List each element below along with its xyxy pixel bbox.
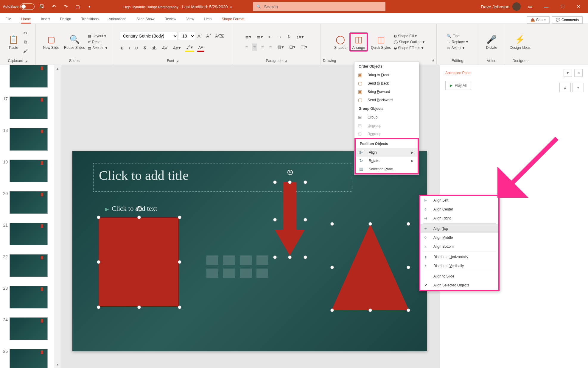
3d-icon[interactable] xyxy=(256,255,268,265)
save-icon[interactable]: 🖫 xyxy=(37,2,46,11)
text-direction-icon[interactable]: ↕A▾ xyxy=(295,33,305,40)
resize-handle[interactable] xyxy=(330,222,334,226)
bring-forward[interactable]: ▣Bring Forward xyxy=(354,88,419,96)
resize-handle[interactable] xyxy=(97,260,100,264)
text-placeholder[interactable]: Click to add text xyxy=(105,205,157,213)
content-placeholder-icons[interactable] xyxy=(206,255,270,278)
maximize-icon[interactable]: ☐ xyxy=(556,2,569,11)
tab-help[interactable]: Help xyxy=(204,17,212,24)
ribbon-display-icon[interactable]: ▭ xyxy=(524,2,537,11)
close-icon[interactable]: ✕ xyxy=(572,2,585,11)
resize-handle[interactable] xyxy=(330,308,334,312)
quick-styles-button[interactable]: ◫Quick Styles xyxy=(369,34,393,50)
tab-animations[interactable]: Animations xyxy=(109,17,126,24)
tab-transitions[interactable]: Transitions xyxy=(81,17,99,24)
slide-thumb[interactable] xyxy=(10,191,48,214)
indent-dec-icon[interactable]: ⇤ xyxy=(267,33,273,40)
layout-button[interactable]: ▦ Layout ▾ xyxy=(88,34,107,38)
increase-font-icon[interactable]: A^ xyxy=(196,33,204,40)
copy-icon[interactable]: ⧉ xyxy=(22,38,29,46)
resize-handle[interactable] xyxy=(304,255,307,259)
share-button[interactable]: 📤Share xyxy=(527,16,550,24)
rectangle-shape[interactable] xyxy=(99,217,179,307)
line-spacing-icon[interactable]: ⇕ xyxy=(286,33,292,40)
send-to-back[interactable]: ▢Send to Back xyxy=(354,79,419,88)
slide-thumb[interactable] xyxy=(10,317,48,340)
play-all-button[interactable]: ▶Play All xyxy=(445,81,471,90)
shapes-button[interactable]: ◯Shapes xyxy=(332,34,348,50)
slide-thumb[interactable] xyxy=(10,254,48,277)
tab-home[interactable]: Home xyxy=(21,17,31,24)
table-icon[interactable] xyxy=(206,255,218,265)
rotate-handle-icon[interactable] xyxy=(136,206,142,211)
char-spacing-icon[interactable]: AV xyxy=(161,44,169,51)
resize-handle[interactable] xyxy=(97,216,100,219)
reset-button[interactable]: ↺ Reset xyxy=(88,40,107,44)
align-center-icon[interactable]: ≡ xyxy=(252,43,257,51)
justify-icon[interactable]: ≡ xyxy=(268,43,273,51)
tab-slideshow[interactable]: Slide Show xyxy=(136,17,154,24)
autosave-toggle[interactable]: AutoSave xyxy=(3,3,35,10)
slide-thumbnail-rail[interactable]: 17 18 19 20 21 22 23 24 25 ▲ ▼ xyxy=(0,65,61,368)
align-selected-objects[interactable]: ✔Align Selected Objects xyxy=(420,281,498,290)
thumb-scrollbar[interactable]: ▲ ▼ xyxy=(54,65,61,368)
scroll-down-icon[interactable]: ▼ xyxy=(54,361,61,368)
replace-button[interactable]: ↔ Replace ▾ xyxy=(447,40,468,44)
align-left-icon[interactable]: ≡ xyxy=(244,43,249,51)
align-text-icon[interactable]: ⊟▾ xyxy=(288,43,297,51)
align-top[interactable]: ⫟Align Top xyxy=(420,224,498,233)
resize-handle[interactable] xyxy=(304,180,307,184)
resize-handle[interactable] xyxy=(137,305,141,309)
strike-icon[interactable]: S̶ xyxy=(142,44,147,52)
resize-handle[interactable] xyxy=(288,180,292,184)
bold-icon[interactable]: B xyxy=(120,44,125,51)
smartart-icon[interactable]: ⬚▾ xyxy=(300,43,309,51)
resize-handle[interactable] xyxy=(178,260,181,264)
resize-handle[interactable] xyxy=(330,266,334,269)
rotate-submenu[interactable]: ↻Rotate▶ xyxy=(356,157,418,165)
slide-thumb[interactable] xyxy=(10,286,48,308)
search-box[interactable]: 🔍 xyxy=(253,2,385,11)
resize-handle[interactable] xyxy=(407,266,410,269)
send-backward[interactable]: ▢Send Backward xyxy=(354,96,419,104)
tab-review[interactable]: Review xyxy=(164,17,176,24)
align-bottom[interactable]: ⫠Align Bottom xyxy=(420,242,498,251)
icon-icon[interactable] xyxy=(256,269,268,278)
align-submenu[interactable]: ⊫Align▶ xyxy=(356,148,418,157)
rotate-handle-icon[interactable] xyxy=(287,170,293,175)
move-down-icon[interactable]: ▼ xyxy=(573,83,584,92)
search-input[interactable] xyxy=(264,4,382,9)
online-pic-icon[interactable] xyxy=(223,269,235,278)
undo-icon[interactable]: ↶ xyxy=(49,2,58,11)
autosave-switch[interactable] xyxy=(20,3,35,10)
bullets-icon[interactable]: ≣▾ xyxy=(244,33,253,40)
resize-handle[interactable] xyxy=(178,305,181,309)
present-icon[interactable]: ▢ xyxy=(73,2,82,11)
font-family-select[interactable]: Century Gothic (Body) xyxy=(120,32,178,40)
arrow-shape[interactable] xyxy=(275,182,305,257)
resize-handle[interactable] xyxy=(407,222,410,226)
dictate-button[interactable]: 🎤Dictate xyxy=(484,34,499,50)
distribute-vertically[interactable]: ⫽Distribute Vertically xyxy=(420,261,498,270)
slide[interactable]: Click to add title Click to add text xyxy=(72,151,427,351)
numbering-icon[interactable]: ≣▾ xyxy=(256,33,264,40)
move-up-icon[interactable]: ▲ xyxy=(559,83,571,92)
distribute-horizontally[interactable]: ⫼Distribute Horizontally xyxy=(420,252,498,261)
underline-icon[interactable]: U xyxy=(134,44,139,51)
paste-button[interactable]: 📋Paste xyxy=(7,34,21,50)
minimize-icon[interactable]: — xyxy=(540,2,553,11)
columns-icon[interactable]: ▥▾ xyxy=(276,43,285,51)
resize-handle[interactable] xyxy=(273,218,277,222)
resize-handle[interactable] xyxy=(97,305,100,309)
align-right[interactable]: ⫣Align Right xyxy=(420,214,498,223)
group[interactable]: ⊞Group xyxy=(354,113,419,121)
qat-more-icon[interactable]: ▾ xyxy=(85,2,94,11)
comments-button[interactable]: 💬Comments xyxy=(552,16,583,24)
slide-thumb[interactable] xyxy=(10,96,48,119)
italic-icon[interactable]: I xyxy=(128,44,131,51)
smartart-icon[interactable] xyxy=(240,255,252,265)
triangle-shape[interactable] xyxy=(332,224,409,310)
chart-icon[interactable] xyxy=(223,255,235,265)
resize-handle[interactable] xyxy=(368,308,372,312)
align-left[interactable]: ⊫Align Left xyxy=(420,196,498,205)
